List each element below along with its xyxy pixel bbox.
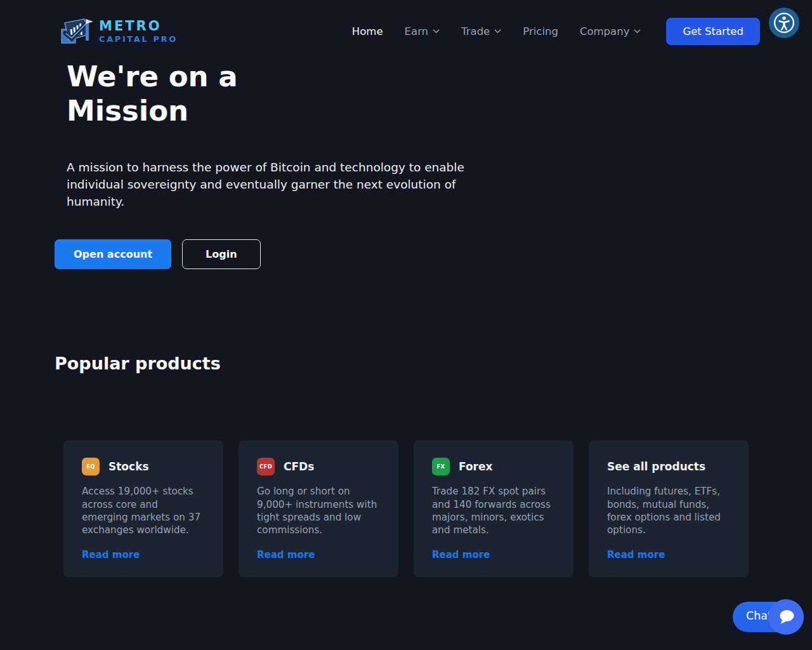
main-nav: Home Earn Trade Pricing Company Get Star… (352, 18, 760, 45)
brand-name-top: METRO (99, 20, 178, 33)
brand-logo-icon (61, 17, 94, 46)
popular-products-section: Popular products EQ Stocks Access 19,000… (0, 354, 812, 577)
header: METRO CAPITAL PRO Home Earn Trade Pricin… (0, 0, 812, 46)
card-title-row: FX Forex (432, 458, 555, 475)
cfds-read-more-link[interactable]: Read more (257, 549, 380, 560)
cfd-badge-icon: CFD (257, 458, 275, 475)
nav-item-trade[interactable]: Trade (461, 25, 501, 37)
see-all-read-more-link[interactable]: Read more (607, 549, 730, 560)
nav-item-home-label: Home (352, 25, 383, 37)
card-description: Go long or short on 9,000+ instruments w… (257, 485, 380, 536)
card-description: Access 19,000+ stocks across core and em… (82, 485, 205, 536)
popular-products-heading: Popular products (0, 354, 812, 373)
card-title: CFDs (284, 460, 314, 473)
card-title-row: See all products (607, 458, 730, 475)
accessibility-person-icon (771, 10, 797, 36)
nav-item-earn[interactable]: Earn (405, 25, 440, 37)
chevron-down-icon (494, 29, 501, 34)
card-title-row: CFD CFDs (257, 458, 380, 475)
hero-actions: Open account Login (55, 239, 812, 269)
accessibility-button[interactable] (769, 8, 799, 38)
nav-item-company[interactable]: Company (580, 25, 641, 37)
nav-item-pricing[interactable]: Pricing (523, 25, 558, 37)
card-description: Trade 182 FX spot pairs and 140 forwards… (432, 485, 555, 536)
product-cards: EQ Stocks Access 19,000+ stocks across c… (63, 441, 749, 577)
open-account-button[interactable]: Open account (55, 239, 171, 269)
chevron-down-icon (433, 29, 440, 34)
chat-widget-button[interactable]: Chat (733, 602, 804, 632)
chat-circle (768, 599, 804, 635)
brand-name-bottom: CAPITAL PRO (99, 35, 178, 43)
hero-section: We're on aMission A mission to harness t… (0, 46, 812, 269)
hero-description: A mission to harness the power of Bitcoi… (67, 159, 482, 211)
hero-title-line2: Mission (67, 94, 188, 128)
card-title: Stocks (108, 460, 149, 473)
nav-item-home[interactable]: Home (352, 25, 383, 37)
nav-item-pricing-label: Pricing (523, 25, 558, 37)
nav-item-earn-label: Earn (405, 25, 429, 37)
hero-title-line1: We're on a (67, 60, 238, 93)
fx-badge-icon: FX (432, 458, 450, 475)
product-card-forex[interactable]: FX Forex Trade 182 FX spot pairs and 140… (414, 441, 573, 577)
card-description: Including futures, ETFs, bonds, mutual f… (607, 485, 730, 536)
login-button[interactable]: Login (182, 239, 261, 269)
card-title: See all products (607, 460, 705, 473)
get-started-button[interactable]: Get Started (666, 18, 760, 45)
brand-logo[interactable]: METRO CAPITAL PRO (61, 17, 178, 46)
product-card-stocks[interactable]: EQ Stocks Access 19,000+ stocks across c… (63, 441, 223, 577)
forex-read-more-link[interactable]: Read more (432, 549, 555, 560)
card-title: Forex (459, 460, 492, 473)
brand-name: METRO CAPITAL PRO (99, 20, 178, 43)
nav-item-trade-label: Trade (461, 25, 490, 37)
hero-title: We're on aMission (67, 60, 384, 129)
stocks-read-more-link[interactable]: Read more (82, 549, 205, 560)
chevron-down-icon (634, 29, 641, 34)
speech-bubble-icon (777, 609, 795, 625)
product-card-cfds[interactable]: CFD CFDs Go long or short on 9,000+ inst… (239, 441, 398, 577)
nav-item-company-label: Company (580, 25, 630, 37)
product-card-see-all[interactable]: See all products Including futures, ETFs… (589, 441, 749, 577)
stocks-eq-badge-icon: EQ (82, 458, 100, 475)
card-title-row: EQ Stocks (82, 458, 205, 475)
